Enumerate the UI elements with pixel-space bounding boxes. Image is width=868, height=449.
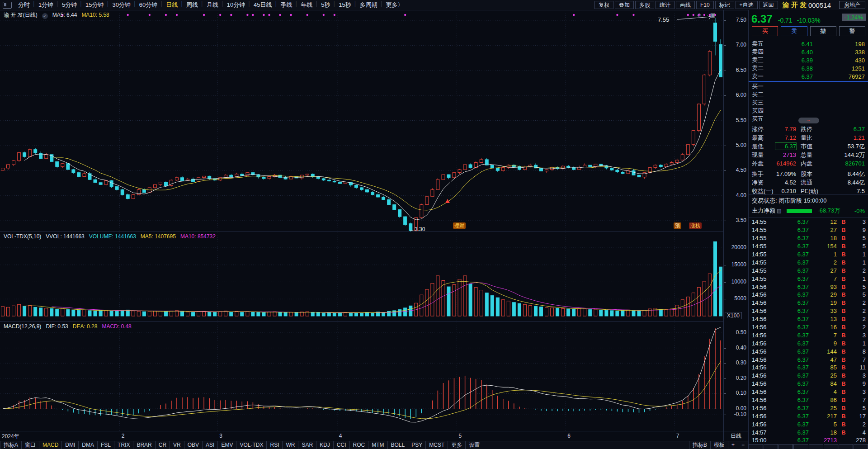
transaction-row[interactable]: 14:556.372B1: [749, 258, 868, 266]
transaction-row[interactable]: 14:566.3713B2: [749, 315, 868, 323]
period-tab-0[interactable]: 分时: [15, 1, 33, 9]
panel-tab-stub[interactable]: [749, 444, 763, 449]
period-tab-5[interactable]: 60分钟: [137, 1, 160, 9]
toolbar-button-8[interactable]: 返回: [759, 1, 778, 9]
sell-level-row[interactable]: 卖二6.381251: [749, 64, 868, 72]
transaction-row[interactable]: 14:556.377B1: [749, 274, 868, 283]
indicator-tab-SAR[interactable]: SAR: [298, 441, 316, 449]
panel-tab-stub[interactable]: [824, 444, 838, 449]
toolbar-button-7[interactable]: +自选: [736, 1, 758, 9]
panel-tab-stub[interactable]: [854, 444, 868, 449]
sell-level-row[interactable]: 卖一6.3776927: [749, 72, 868, 80]
transaction-row[interactable]: 14:566.375B2: [749, 420, 868, 428]
transaction-row[interactable]: 14:556.3718B5: [749, 234, 868, 242]
transaction-row[interactable]: 14:566.3786B7: [749, 396, 868, 404]
volume-chart[interactable]: [0, 232, 723, 323]
toolbar-button-4[interactable]: 画线: [676, 1, 695, 9]
transaction-row[interactable]: 14:566.3725B5: [749, 404, 868, 412]
panel-tab-stub[interactable]: [764, 444, 778, 449]
toolbar-button-5[interactable]: F10: [696, 1, 714, 9]
transaction-list[interactable]: 14:556.3712B314:556.3727B914:556.3718B51…: [749, 217, 868, 444]
collapse-book-button[interactable]: ︿: [798, 118, 819, 123]
transaction-row[interactable]: 14:566.37144B8: [749, 347, 868, 355]
check-icon[interactable]: ✓: [42, 13, 48, 19]
macd-chart[interactable]: [0, 322, 723, 432]
period-label[interactable]: 日线: [723, 431, 748, 441]
toolbar-button-3[interactable]: 统计: [656, 1, 675, 9]
period-tab-9[interactable]: 10分钟: [224, 1, 248, 9]
period-tab-1[interactable]: 1分钟: [36, 1, 56, 9]
toolbar-button-6[interactable]: 标记: [715, 1, 734, 9]
indicator-tab-DMA[interactable]: DMA: [79, 441, 98, 449]
indicator-tool-1[interactable]: 模板: [711, 441, 728, 449]
transaction-row[interactable]: 14:566.3725B3: [749, 372, 868, 380]
sell-level-row[interactable]: 卖四6.40338: [749, 48, 868, 56]
list-icon[interactable]: ▤: [777, 208, 781, 214]
indicator-tab-指标A[interactable]: 指标A: [0, 441, 22, 449]
indicator-tool-2[interactable]: +: [728, 441, 738, 449]
indicator-tab-FSL[interactable]: FSL: [98, 441, 114, 449]
transaction-row[interactable]: 14:556.37154B5: [749, 242, 868, 250]
indicator-tab-RSI[interactable]: RSI: [267, 441, 283, 449]
event-badge-licai[interactable]: 理财: [453, 222, 466, 229]
period-tab-2[interactable]: 5分钟: [59, 1, 80, 9]
transaction-row[interactable]: 14:576.3718B4: [749, 428, 868, 436]
macd-pane[interactable]: MACD(12,26,9)DIF: 0.53DEA: 0.28MACD: 0.4…: [0, 322, 723, 431]
indicator-tab-MCST[interactable]: MCST: [426, 441, 448, 449]
indicator-tab-WR[interactable]: WR: [283, 441, 298, 449]
period-tab-10[interactable]: 45日线: [251, 1, 274, 9]
panel-tab-stub[interactable]: [793, 444, 808, 449]
transaction-row[interactable]: 14:566.37217B17: [749, 412, 868, 420]
indicator-tab-KDJ[interactable]: KDJ: [316, 441, 334, 449]
forecast-badge[interactable]: 预: [674, 222, 681, 229]
period-tab-12[interactable]: 年线: [298, 1, 315, 9]
transaction-row[interactable]: 14:566.3784B9: [749, 380, 868, 388]
indicator-tab-设置[interactable]: 设置: [466, 441, 483, 449]
sector-badge[interactable]: 房地产: [839, 1, 865, 9]
period-tab-7[interactable]: 周线: [184, 1, 201, 9]
transaction-row[interactable]: 14:566.379B1: [749, 339, 868, 347]
period-tab-8[interactable]: 月线: [204, 1, 221, 9]
transaction-row[interactable]: 14:556.3727B9: [749, 226, 868, 234]
period-tab-4[interactable]: 30分钟: [109, 1, 133, 9]
period-tab-11[interactable]: 季线: [278, 1, 295, 9]
indicator-tool-0[interactable]: 指标B: [689, 441, 711, 449]
indicator-tab-DMI[interactable]: DMI: [62, 441, 79, 449]
indicator-tab-BOLL[interactable]: BOLL: [388, 441, 409, 449]
panel-tab-stub[interactable]: [778, 444, 793, 449]
indicator-tab-CR[interactable]: CR: [156, 441, 170, 449]
transaction-row[interactable]: 14:566.3785B11: [749, 364, 868, 372]
order-button-撤[interactable]: 撤: [810, 26, 836, 36]
transaction-row[interactable]: 14:556.371B1: [749, 250, 868, 259]
indicator-tab-ASI[interactable]: ASI: [203, 441, 218, 449]
transaction-row[interactable]: 14:566.374B3: [749, 388, 868, 396]
period-tab-16[interactable]: 更多〉: [383, 1, 406, 9]
buy-level-row[interactable]: 买四: [749, 107, 868, 115]
indicator-tab-CCI[interactable]: CCI: [334, 441, 350, 449]
toolbar-button-1[interactable]: 叠加: [615, 1, 634, 9]
panel-tab-stub[interactable]: [839, 444, 853, 449]
chart-corner-icons[interactable]: ◇ ▣: [697, 12, 719, 18]
indicator-tab-TRIX[interactable]: TRIX: [114, 441, 133, 449]
period-tab-14[interactable]: 15秒: [336, 1, 354, 9]
transaction-row[interactable]: 14:566.377B3: [749, 331, 868, 339]
indicator-tab-PSY[interactable]: PSY: [408, 441, 426, 449]
sell-level-row[interactable]: 卖三6.39430: [749, 56, 868, 64]
transaction-row[interactable]: 15:006.372713278: [749, 436, 868, 444]
indicator-tab-VOL-TDX[interactable]: VOL-TDX: [236, 441, 267, 449]
indicator-tab-EMV[interactable]: EMV: [218, 441, 236, 449]
indicator-tab-MTM[interactable]: MTM: [368, 441, 387, 449]
candlestick-chart[interactable]: 7.55←3.30: [0, 10, 723, 233]
candlestick-pane[interactable]: 7.55←3.30 渝 开 发(日线)✓MA5: 6.44MA10: 5.58 …: [0, 10, 723, 232]
indicator-tab-MACD[interactable]: MACD: [39, 441, 62, 449]
period-tab-6[interactable]: 日线: [163, 1, 180, 9]
period-tab-15[interactable]: 多周期: [357, 1, 380, 9]
volume-pane[interactable]: VOL-TDX(5,10)VVOL: 1441663VOLUME: 144166…: [0, 232, 723, 321]
indicator-tab-窗口[interactable]: 窗口: [22, 441, 39, 449]
transaction-row[interactable]: 14:556.3712B3: [749, 218, 868, 226]
toolbar-button-2[interactable]: 多股: [635, 1, 654, 9]
indicator-tab-BRAR[interactable]: BRAR: [133, 441, 155, 449]
transaction-row[interactable]: 14:566.3793B5: [749, 283, 868, 291]
order-button-警[interactable]: 警: [839, 26, 865, 36]
transaction-row[interactable]: 14:556.3727B2: [749, 266, 868, 274]
